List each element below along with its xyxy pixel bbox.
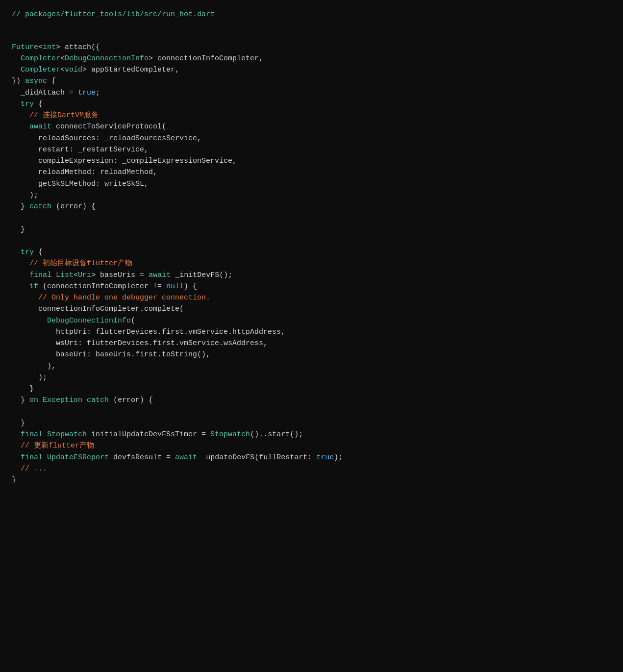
code-line xyxy=(12,235,611,247)
code-line: ); xyxy=(12,372,611,383)
code-line: await connectToServiceProtocol( xyxy=(12,121,611,132)
code-line: final Stopwatch initialUpdateDevFSsTimer… xyxy=(12,429,611,440)
code-line: restart: _restartService, xyxy=(12,144,611,155)
code-line: // 连接DartVM服务 xyxy=(12,110,611,121)
code-container: // packages/flutter_tools/lib/src/run_ho… xyxy=(0,0,623,672)
code-line: connectionInfoCompleter.complete( xyxy=(12,303,611,315)
code-line: // ... xyxy=(12,463,611,474)
code-line: ); xyxy=(12,190,611,201)
code-line: } xyxy=(12,224,611,235)
code-line: reloadSources: _reloadSourcesService, xyxy=(12,133,611,144)
code-line xyxy=(12,212,611,224)
code-line: } xyxy=(12,474,611,486)
file-path: // packages/flutter_tools/lib/src/run_ho… xyxy=(12,9,611,20)
code-line: httpUri: flutterDevices.first.vmService.… xyxy=(12,326,611,338)
code-line: _didAttach = true; xyxy=(12,87,611,99)
code-line: if (connectionInfoCompleter != null) { xyxy=(12,281,611,292)
code-line: } xyxy=(12,418,611,429)
code-line: compileExpression: _compileExpressionSer… xyxy=(12,155,611,167)
code-line: getSkSLMethod: writeSkSL, xyxy=(12,178,611,190)
code-line: Future<int> attach({ xyxy=(12,42,611,53)
code-line: } on Exception catch (error) { xyxy=(12,395,611,406)
code-line: Completer<void> appStartedCompleter, xyxy=(12,64,611,75)
code-line: reloadMethod: reloadMethod, xyxy=(12,167,611,178)
code-line: }) async { xyxy=(12,75,611,87)
code-line: } xyxy=(12,383,611,395)
code-line: baseUri: baseUris.first.toString(), xyxy=(12,349,611,360)
code-line: final UpdateFSReport devfsResult = await… xyxy=(12,452,611,463)
code-line: // 初始目标设备flutter产物 xyxy=(12,258,611,269)
code-line: // Only handle one debugger connection. xyxy=(12,292,611,303)
code-line: try { xyxy=(12,99,611,110)
code-line: try { xyxy=(12,247,611,258)
code-line xyxy=(12,406,611,418)
code-line: // 更新flutter产物 xyxy=(12,440,611,451)
code-line: } catch (error) { xyxy=(12,201,611,212)
code-line: Completer<DebugConnectionInfo> connectio… xyxy=(12,53,611,64)
code-line: wsUri: flutterDevices.first.vmService.ws… xyxy=(12,338,611,349)
code-line: final List<Uri> baseUris = await _initDe… xyxy=(12,270,611,281)
code-line: DebugConnectionInfo( xyxy=(12,315,611,326)
code-line xyxy=(12,30,611,41)
code-line: ), xyxy=(12,361,611,372)
